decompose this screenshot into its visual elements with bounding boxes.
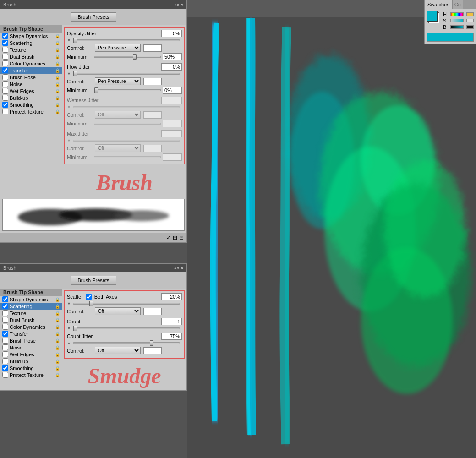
minimum1-label: Minimum: [67, 54, 92, 60]
bottom-panel-title-bar: Brush «« ✕: [0, 264, 186, 272]
count-slider[interactable]: [73, 327, 180, 329]
bottom-close-icon[interactable]: ✕: [180, 266, 184, 271]
color-tab[interactable]: Co: [453, 0, 463, 9]
scatter-control-row: Control: OffPen Pressure: [67, 307, 182, 315]
b-indicator: [466, 25, 474, 29]
fg-color-box[interactable]: [427, 11, 438, 22]
wetness-jitter-value[interactable]: [161, 97, 182, 104]
count-jitter-value[interactable]: [161, 333, 182, 340]
count-jitter-thumb[interactable]: [150, 340, 153, 346]
top-item-7[interactable]: Noise🔒: [0, 81, 62, 87]
top-panel-body: Brush Tip Shape Shape Dynamics🔒 Scatteri…: [0, 25, 186, 197]
scatter-ctrl-label: Control:: [67, 309, 92, 314]
s-slider[interactable]: [450, 19, 464, 22]
scatter-thumb[interactable]: [89, 301, 93, 306]
bot-item-1[interactable]: Scattering🔒: [0, 303, 62, 310]
count-jitter-slider[interactable]: [73, 342, 180, 344]
control3-select[interactable]: Off: [95, 111, 141, 119]
top-item-3[interactable]: Dual Brush🔒: [0, 53, 62, 60]
top-item-10[interactable]: Smoothing🔒: [0, 101, 62, 108]
bottom-brush-presets-button[interactable]: Brush Presets: [71, 276, 116, 285]
top-item-5[interactable]: Transfer🔒: [0, 67, 62, 74]
control3-value[interactable]: [143, 111, 162, 119]
bottom-expand-icon[interactable]: ««: [174, 266, 179, 271]
top-item-9[interactable]: Build-up🔒: [0, 94, 62, 101]
bot-item-2[interactable]: Texture🔒: [0, 310, 62, 316]
top-panel-right: Opacity Jitter ▼ Control: Pen PressureOf…: [62, 25, 186, 197]
scatter-ctrl-select[interactable]: OffPen Pressure: [95, 307, 141, 315]
control1-value[interactable]: [143, 44, 162, 52]
minimum1-slider[interactable]: [94, 56, 161, 58]
count-jitter-row: Count Jitter: [67, 333, 182, 340]
both-axes-checkbox[interactable]: [86, 294, 92, 300]
opacity-jitter-slider[interactable]: [73, 39, 180, 41]
bot-item-9[interactable]: Build-up🔒: [0, 358, 62, 365]
minimum1-value[interactable]: [163, 53, 182, 60]
minimum2-slider[interactable]: [94, 89, 161, 91]
opacity-jitter-value[interactable]: [161, 30, 182, 37]
scatter-slider[interactable]: [73, 303, 180, 305]
minimum2-value[interactable]: [163, 87, 182, 94]
swatches-tab[interactable]: Swatches: [425, 0, 453, 9]
minimum2-thumb[interactable]: [94, 87, 98, 93]
count-label: Count: [67, 319, 80, 324]
top-item-8[interactable]: Wet Edges🔒: [0, 87, 62, 94]
color-preview-bar[interactable]: [427, 33, 474, 42]
grid-icon[interactable]: ⊞: [173, 234, 177, 241]
checkmark-icon[interactable]: ✓: [166, 234, 171, 241]
min3-slider[interactable]: [94, 123, 161, 125]
top-item-11[interactable]: Protect Texture🔒: [0, 108, 62, 115]
opacity-jitter-thumb[interactable]: [73, 38, 77, 43]
control4-select[interactable]: Off: [95, 144, 141, 152]
h-slider[interactable]: [450, 12, 464, 16]
control1-label: Control:: [67, 45, 92, 51]
b-slider[interactable]: [450, 25, 464, 29]
min4-value[interactable]: [163, 153, 182, 161]
scatter-ctrl-value[interactable]: [143, 308, 162, 315]
count-jitter-control-row: Control: OffPen Pressure: [67, 347, 182, 354]
wetness-slider[interactable]: [73, 106, 180, 108]
top-item-6[interactable]: Brush Pose🔒: [0, 74, 62, 81]
flow-jitter-thumb[interactable]: [73, 71, 77, 76]
bot-item-0[interactable]: Shape Dynamics🔒: [0, 296, 62, 303]
min3-value[interactable]: [163, 120, 182, 127]
count-value[interactable]: [161, 318, 182, 325]
control2-select[interactable]: Pen PressureOff: [95, 77, 141, 85]
bot-item-5[interactable]: Transfer🔒: [0, 330, 62, 337]
close-icon[interactable]: ✕: [180, 2, 184, 7]
control1-select[interactable]: Pen PressureOff: [95, 44, 141, 52]
svg-point-2: [114, 210, 169, 221]
bot-item-6[interactable]: Brush Pose🔒: [0, 337, 62, 344]
cj-ctrl-value[interactable]: [143, 347, 162, 354]
bottom-brush-tip-shape-header: Brush Tip Shape: [0, 289, 62, 296]
min4-slider[interactable]: [94, 156, 161, 158]
bot-item-10[interactable]: Smoothing🔒: [0, 365, 62, 371]
top-item-2[interactable]: Texture🔒: [0, 46, 62, 53]
cj-ctrl-select[interactable]: OffPen Pressure: [95, 347, 141, 354]
bot-item-7[interactable]: Noise🔒: [0, 344, 62, 351]
bot-item-11[interactable]: Protect Texture🔒: [0, 371, 62, 378]
top-item-0[interactable]: Shape Dynamics🔒: [0, 33, 62, 39]
max-jitter-value[interactable]: [161, 130, 182, 137]
scatter-value[interactable]: [161, 293, 182, 300]
max-slider[interactable]: [73, 140, 180, 142]
bot-item-3[interactable]: Dual Brush🔒: [0, 316, 62, 323]
flow-jitter-value[interactable]: [161, 63, 182, 71]
count-row: Count: [67, 318, 182, 325]
minimum1-row: Minimum: [67, 53, 182, 60]
expand-icon[interactable]: ««: [174, 2, 179, 7]
bot-item-4[interactable]: Color Dynamics🔒: [0, 323, 62, 330]
top-item-4[interactable]: Color Dynamics🔒: [0, 60, 62, 67]
top-item-1[interactable]: Scattering🔒: [0, 39, 62, 46]
flow-jitter-slider[interactable]: [73, 73, 180, 75]
count-thumb[interactable]: [73, 326, 77, 331]
control4-value[interactable]: [143, 145, 162, 152]
minimum1-thumb[interactable]: [133, 54, 137, 60]
export-icon[interactable]: ⊟: [179, 234, 184, 241]
bot-item-8[interactable]: Wet Edges🔒: [0, 351, 62, 358]
control2-value[interactable]: [143, 78, 162, 85]
top-brush-presets-button[interactable]: Brush Presets: [71, 12, 116, 22]
opacity-jitter-row: Opacity Jitter: [67, 30, 182, 37]
max-jitter-row: Max Jitter: [67, 130, 182, 137]
brush-label: Brush: [96, 170, 153, 195]
